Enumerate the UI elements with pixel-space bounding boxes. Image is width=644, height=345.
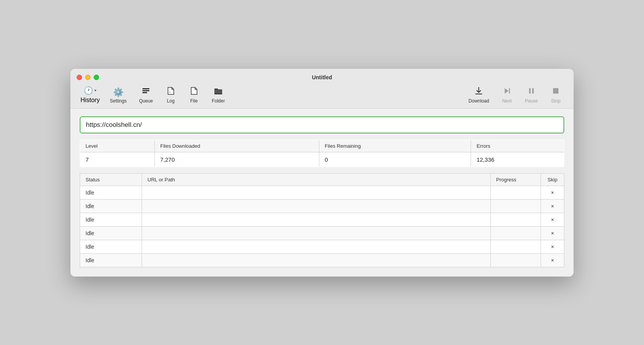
queue-progress-cell	[491, 186, 541, 199]
chevron-down-icon: ▾	[94, 88, 96, 92]
stop-icon	[552, 87, 560, 97]
progress-col-header: Progress	[491, 173, 541, 186]
log-icon: ⚠	[166, 87, 175, 97]
queue-status-cell: Idle	[80, 213, 142, 226]
queue-progress-cell	[491, 226, 541, 240]
folder-label: Folder	[212, 98, 225, 104]
stop-button[interactable]: Stop	[544, 85, 567, 106]
svg-rect-6	[532, 88, 534, 94]
table-row: Idle×	[80, 213, 564, 226]
queue-status-cell: Idle	[80, 186, 142, 199]
svg-rect-2	[142, 92, 147, 93]
svg-rect-4	[509, 88, 510, 94]
next-icon	[503, 87, 511, 97]
main-window: Untitled 🕐 ▾ History ⚙️ Settings	[70, 69, 574, 277]
window-title: Untitled	[312, 74, 332, 80]
settings-button[interactable]: ⚙️ Settings	[104, 87, 133, 106]
queue-url-cell	[142, 199, 491, 213]
errors-value: 12,336	[471, 152, 564, 167]
queue-skip-cell[interactable]: ×	[541, 240, 564, 253]
queue-table: Status URL or Path Progress Skip Idle×Id…	[80, 173, 564, 267]
queue-status-cell: Idle	[80, 226, 142, 240]
svg-rect-7	[553, 88, 558, 94]
download-button[interactable]: Download	[462, 85, 495, 106]
files-downloaded-header: Files Downloaded	[154, 140, 319, 152]
queue-url-cell	[142, 186, 491, 199]
level-value: 7	[80, 152, 155, 167]
queue-url-cell	[142, 253, 491, 267]
queue-status-cell: Idle	[80, 240, 142, 253]
queue-url-cell	[142, 240, 491, 253]
table-row: Idle×	[80, 199, 564, 213]
folder-button[interactable]: Folder	[206, 85, 231, 106]
stop-label: Stop	[551, 98, 561, 104]
history-icon: 🕐	[84, 86, 93, 95]
content-area: Level Files Downloaded Files Remaining E…	[70, 109, 574, 277]
url-col-header: URL or Path	[142, 173, 491, 186]
url-input[interactable]	[80, 116, 564, 133]
log-label: Log	[167, 98, 175, 104]
table-row: Idle×	[80, 186, 564, 199]
download-label: Download	[469, 98, 489, 104]
settings-icon: ⚙️	[113, 88, 123, 97]
stats-table: Level Files Downloaded Files Remaining E…	[80, 140, 564, 167]
close-button[interactable]	[77, 75, 82, 80]
queue-button[interactable]: Queue	[133, 85, 159, 106]
file-label: File	[190, 98, 198, 104]
queue-skip-cell[interactable]: ×	[541, 199, 564, 213]
file-icon	[190, 87, 198, 97]
toolbar: 🕐 ▾ History ⚙️ Settings Q	[77, 84, 567, 108]
pause-button[interactable]: Pause	[519, 85, 544, 106]
level-header: Level	[80, 140, 155, 152]
table-row: Idle×	[80, 253, 564, 267]
download-icon	[474, 87, 483, 97]
next-button[interactable]: Next	[495, 85, 519, 106]
folder-icon	[214, 87, 223, 97]
queue-skip-cell[interactable]: ×	[541, 186, 564, 199]
titlebar-top: Untitled	[77, 74, 567, 80]
minimize-button[interactable]	[85, 75, 91, 80]
queue-status-cell: Idle	[80, 253, 142, 267]
pause-icon	[527, 87, 536, 97]
next-label: Next	[502, 98, 512, 104]
queue-progress-cell	[491, 240, 541, 253]
queue-url-cell	[142, 213, 491, 226]
queue-status-cell: Idle	[80, 199, 142, 213]
svg-rect-0	[142, 88, 149, 89]
queue-progress-cell	[491, 213, 541, 226]
stats-row: 7 7,270 0 12,336	[80, 152, 564, 167]
errors-header: Errors	[471, 140, 564, 152]
queue-url-cell	[142, 226, 491, 240]
pause-label: Pause	[525, 98, 538, 104]
status-col-header: Status	[80, 173, 142, 186]
titlebar: Untitled 🕐 ▾ History ⚙️ Settings	[70, 69, 574, 109]
history-label: History	[80, 97, 100, 104]
window-controls	[77, 75, 99, 80]
queue-progress-cell	[491, 253, 541, 267]
queue-skip-cell[interactable]: ×	[541, 213, 564, 226]
files-remaining-value: 0	[319, 152, 471, 167]
queue-label: Queue	[139, 98, 153, 104]
table-row: Idle×	[80, 240, 564, 253]
queue-skip-cell[interactable]: ×	[541, 226, 564, 240]
settings-label: Settings	[110, 98, 127, 104]
file-button[interactable]: File	[182, 85, 206, 106]
maximize-button[interactable]	[94, 75, 99, 80]
svg-rect-1	[142, 90, 149, 91]
skip-col-header: Skip	[541, 173, 564, 186]
queue-progress-cell	[491, 199, 541, 213]
files-remaining-header: Files Remaining	[319, 140, 471, 152]
files-downloaded-value: 7,270	[154, 152, 319, 167]
history-button[interactable]: 🕐 ▾ History	[77, 84, 104, 106]
queue-icon	[142, 87, 150, 97]
svg-rect-5	[529, 88, 531, 94]
table-row: Idle×	[80, 226, 564, 240]
queue-skip-cell[interactable]: ×	[541, 253, 564, 267]
log-button[interactable]: ⚠ Log	[159, 85, 182, 106]
